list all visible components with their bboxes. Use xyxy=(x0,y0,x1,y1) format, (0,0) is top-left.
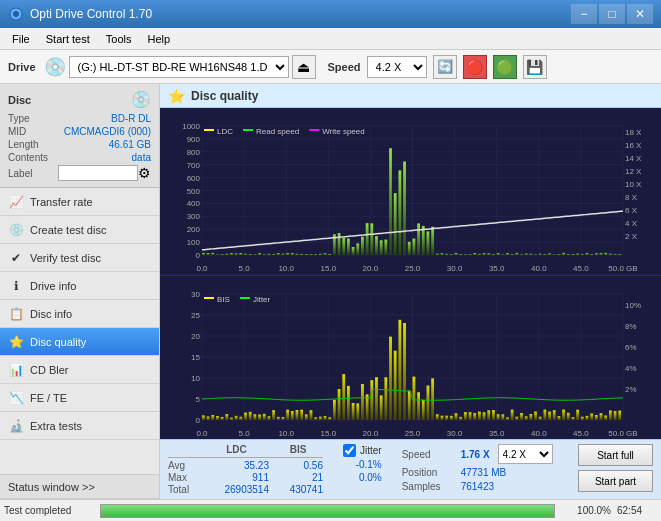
disc-contents-val: data xyxy=(63,152,151,163)
extra-tests-icon: 🔬 xyxy=(8,418,24,434)
extra-tests-label: Extra tests xyxy=(30,420,82,432)
minimize-button[interactable]: − xyxy=(571,4,597,24)
max-bis: 21 xyxy=(273,472,323,483)
action-buttons: Start full Start part xyxy=(578,444,653,492)
disc-info-icon: 📋 xyxy=(8,306,24,322)
stats-ldc-header: LDC xyxy=(204,444,269,455)
eject-button[interactable]: ⏏ xyxy=(292,55,316,79)
window-controls: − □ ✕ xyxy=(571,4,653,24)
disc-label-icon[interactable]: ⚙ xyxy=(138,165,151,181)
sidebar-item-drive-info[interactable]: ℹDrive info xyxy=(0,272,159,300)
close-button[interactable]: ✕ xyxy=(627,4,653,24)
title-bar: Opti Drive Control 1.70 − □ ✕ xyxy=(0,0,661,28)
green-button[interactable]: 🟢 xyxy=(493,55,517,79)
nav-items: 📈Transfer rate💿Create test disc✔Verify t… xyxy=(0,188,159,440)
fe-te-icon: 📉 xyxy=(8,390,24,406)
quality-header: ⭐ Disc quality xyxy=(160,84,661,108)
disc-type-key: Type xyxy=(8,113,63,124)
speed-key: Speed xyxy=(402,449,457,460)
disc-mid-val: CMCMAGDI6 (000) xyxy=(63,126,151,137)
speed-label: Speed xyxy=(328,61,361,73)
verify-test-disc-icon: ✔ xyxy=(8,250,24,266)
main-area: ⭐ Disc quality LDC BIS xyxy=(160,84,661,499)
position-key: Position xyxy=(402,467,457,478)
charts-container xyxy=(160,108,661,439)
sidebar: Disc 💿 Type BD-R DL MID CMCMAGDI6 (000) … xyxy=(0,84,160,499)
progress-bar xyxy=(100,504,555,518)
svg-point-1 xyxy=(13,11,19,17)
drive-icon: 💿 xyxy=(44,56,66,78)
stats-blank xyxy=(168,444,200,455)
drive-select[interactable]: (G:) HL-DT-ST BD-RE WH16NS48 1.D3 xyxy=(69,56,289,78)
refresh-button[interactable]: 🔄 xyxy=(433,55,457,79)
time-label: 62:54 xyxy=(617,505,657,516)
cd-bler-label: CD Bler xyxy=(30,364,69,376)
disc-length-val: 46.61 GB xyxy=(63,139,151,150)
transfer-rate-label: Transfer rate xyxy=(30,196,93,208)
stats-bar: LDC BIS Avg 35.23 0.56 Max 911 21 Total … xyxy=(160,439,661,499)
disc-panel-icon: 💿 xyxy=(131,90,151,109)
sidebar-item-disc-quality[interactable]: ⭐Disc quality xyxy=(0,328,159,356)
chart-ldc xyxy=(160,108,661,276)
samples-value: 761423 xyxy=(461,481,494,492)
sidebar-item-disc-info[interactable]: 📋Disc info xyxy=(0,300,159,328)
status-window-button[interactable]: Status window >> xyxy=(0,475,159,499)
jitter-avg: -0.1% xyxy=(343,459,382,470)
disc-info-label: Disc info xyxy=(30,308,72,320)
max-label: Max xyxy=(168,472,200,483)
drive-label: Drive xyxy=(8,61,36,73)
status-text: Test completed xyxy=(4,505,94,516)
drive-info-label: Drive info xyxy=(30,280,76,292)
progress-bar-fill xyxy=(101,505,554,517)
stats-table: LDC BIS Avg 35.23 0.56 Max 911 21 Total … xyxy=(168,444,323,495)
status-area: Status window >> xyxy=(0,474,159,499)
red-button[interactable]: 🔴 xyxy=(463,55,487,79)
sidebar-item-verify-test-disc[interactable]: ✔Verify test disc xyxy=(0,244,159,272)
samples-key: Samples xyxy=(402,481,457,492)
disc-label-input[interactable] xyxy=(58,165,138,181)
jitter-section: Jitter -0.1% 0.0% xyxy=(343,444,382,485)
max-ldc: 911 xyxy=(204,472,269,483)
disc-length-key: Length xyxy=(8,139,63,150)
main-content: Disc 💿 Type BD-R DL MID CMCMAGDI6 (000) … xyxy=(0,84,661,499)
speed-dropdown[interactable]: 4.2 X xyxy=(498,444,553,464)
disc-panel-title: Disc xyxy=(8,94,31,106)
sidebar-item-fe-te[interactable]: 📉FE / TE xyxy=(0,384,159,412)
stats-bis-header: BIS xyxy=(273,444,323,455)
quality-icon: ⭐ xyxy=(168,88,185,104)
sidebar-item-create-test-disc[interactable]: 💿Create test disc xyxy=(0,216,159,244)
progress-label: 100.0% xyxy=(561,505,611,516)
menu-start-test[interactable]: Start test xyxy=(38,31,98,47)
bottom-bar: Test completed 100.0% 62:54 xyxy=(0,499,661,521)
jitter-max: 0.0% xyxy=(343,472,382,483)
maximize-button[interactable]: □ xyxy=(599,4,625,24)
jitter-label: Jitter xyxy=(360,445,382,456)
quality-title: Disc quality xyxy=(191,89,258,103)
avg-bis: 0.56 xyxy=(273,460,323,471)
cd-bler-icon: 📊 xyxy=(8,362,24,378)
disc-contents-key: Contents xyxy=(8,152,63,163)
save-button[interactable]: 💾 xyxy=(523,55,547,79)
jitter-checkbox[interactable] xyxy=(343,444,356,457)
chart-bis xyxy=(160,276,661,439)
menu-help[interactable]: Help xyxy=(139,31,178,47)
sidebar-item-extra-tests[interactable]: 🔬Extra tests xyxy=(0,412,159,440)
disc-quality-icon: ⭐ xyxy=(8,334,24,350)
start-part-button[interactable]: Start part xyxy=(578,470,653,492)
sidebar-item-transfer-rate[interactable]: 📈Transfer rate xyxy=(0,188,159,216)
speed-select[interactable]: 4.2 X xyxy=(367,56,427,78)
avg-label: Avg xyxy=(168,460,200,471)
start-full-button[interactable]: Start full xyxy=(578,444,653,466)
transfer-rate-icon: 📈 xyxy=(8,194,24,210)
disc-label-key: Label xyxy=(8,168,58,179)
create-test-disc-label: Create test disc xyxy=(30,224,106,236)
total-ldc: 26903514 xyxy=(204,484,269,495)
menu-tools[interactable]: Tools xyxy=(98,31,140,47)
app-title: Opti Drive Control 1.70 xyxy=(30,7,571,21)
chart2-canvas xyxy=(160,276,661,438)
disc-panel: Disc 💿 Type BD-R DL MID CMCMAGDI6 (000) … xyxy=(0,84,159,188)
speed-info: Speed 1.76 X 4.2 X Position 47731 MB Sam… xyxy=(402,444,553,492)
menu-file[interactable]: File xyxy=(4,31,38,47)
menu-bar: File Start test Tools Help xyxy=(0,28,661,50)
sidebar-item-cd-bler[interactable]: 📊CD Bler xyxy=(0,356,159,384)
